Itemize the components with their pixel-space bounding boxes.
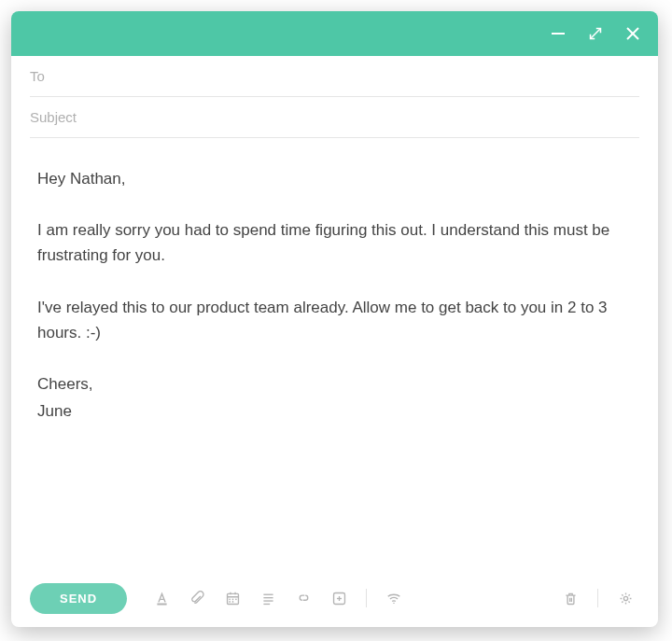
- attachment-button[interactable]: [183, 584, 211, 612]
- toolbar-divider-2: [597, 589, 598, 607]
- send-button[interactable]: SEND: [30, 583, 127, 614]
- body-paragraph-1: I am really sorry you had to spend time …: [37, 217, 632, 268]
- header-fields: [11, 56, 658, 138]
- text-color-icon: [154, 591, 170, 606]
- close-icon: [624, 25, 641, 42]
- compose-window: Hey Nathan, I am really sorry you had to…: [11, 11, 658, 627]
- attachment-icon: [189, 591, 205, 606]
- to-input[interactable]: [30, 68, 639, 84]
- svg-point-21: [393, 603, 394, 604]
- settings-button[interactable]: [611, 584, 639, 612]
- toolbar-divider-1: [366, 589, 367, 607]
- body-greeting: Hey Nathan,: [37, 166, 632, 191]
- subject-input[interactable]: [30, 109, 639, 125]
- closing-text: Cheers,: [37, 375, 93, 393]
- link-button[interactable]: [289, 584, 317, 612]
- minimize-button[interactable]: [550, 25, 567, 42]
- svg-point-24: [623, 596, 627, 600]
- wifi-icon: [385, 590, 402, 606]
- minimize-icon: [550, 25, 567, 42]
- insert-icon: [331, 591, 347, 606]
- text-color-button[interactable]: [147, 584, 175, 612]
- expand-button[interactable]: [587, 25, 604, 42]
- message-body[interactable]: Hey Nathan, I am really sorry you had to…: [11, 138, 658, 569]
- list-button[interactable]: [254, 584, 282, 612]
- to-row: [30, 56, 639, 97]
- close-button[interactable]: [624, 25, 641, 42]
- expand-icon: [589, 27, 602, 40]
- insert-button[interactable]: [325, 584, 353, 612]
- trash-button[interactable]: [556, 584, 584, 612]
- calendar-icon: [225, 591, 241, 606]
- titlebar: [11, 11, 658, 56]
- wifi-button[interactable]: [380, 584, 408, 612]
- link-icon: [296, 591, 312, 606]
- body-closing: Cheers, June: [37, 371, 632, 425]
- signature-text: June: [37, 402, 72, 420]
- gear-icon: [618, 591, 634, 606]
- subject-row: [30, 97, 639, 138]
- calendar-button[interactable]: [218, 584, 246, 612]
- trash-icon: [563, 591, 579, 606]
- footer-toolbar: SEND: [11, 569, 658, 627]
- body-paragraph-2: I've relayed this to our product team al…: [37, 295, 632, 345]
- list-icon: [260, 591, 276, 606]
